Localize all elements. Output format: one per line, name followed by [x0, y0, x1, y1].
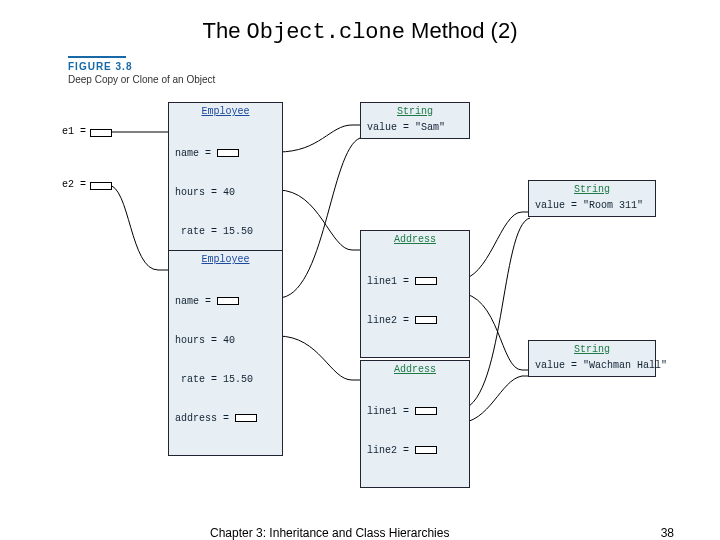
addr2-line1-slot [415, 407, 437, 415]
box-address-2: Address line1 = line2 = [360, 360, 470, 488]
string-room-value: value = "Room 311" [529, 197, 655, 216]
figure-label: FIGURE 3.8 [68, 61, 215, 72]
string-sam-header: String [361, 103, 469, 119]
emp1-hours: hours = 40 [175, 186, 276, 199]
footer-page: 38 [661, 526, 674, 540]
string-wach-header: String [529, 341, 655, 357]
emp2-rate: rate = 15.50 [175, 373, 276, 386]
figure-title: Deep Copy or Clone of an Object [68, 74, 215, 85]
employee-1-header: Employee [169, 103, 282, 119]
addr2-line2-slot [415, 446, 437, 454]
string-wach-value: value = "Wachman Hall" [529, 357, 655, 376]
ref-e1: e1 = [62, 126, 86, 137]
title-prefix: The [203, 18, 247, 43]
addr1-line1-slot [415, 277, 437, 285]
ref-e2: e2 = [62, 179, 86, 190]
figure-caption-block: FIGURE 3.8 Deep Copy or Clone of an Obje… [68, 56, 215, 85]
ref-e2-slot [90, 182, 112, 190]
emp1-name-label: name = [175, 148, 217, 159]
figure-rule [68, 56, 126, 58]
emp2-addr-label: address = [175, 413, 235, 424]
ref-e1-slot [90, 129, 112, 137]
box-string-sam: String value = "Sam" [360, 102, 470, 139]
diagram-canvas: e1 = e2 = Employee name = hours = 40 rat… [60, 90, 660, 490]
box-string-room311: String value = "Room 311" [528, 180, 656, 217]
emp2-name-slot [217, 297, 239, 305]
addr1-line2-label: line2 = [367, 315, 415, 326]
box-employee-2: Employee name = hours = 40 rate = 15.50 … [168, 250, 283, 456]
string-sam-value: value = "Sam" [361, 119, 469, 138]
employee-2-header: Employee [169, 251, 282, 267]
address-2-header: Address [361, 361, 469, 377]
string-room-header: String [529, 181, 655, 197]
slide-title: The Object.clone Method (2) [0, 18, 720, 45]
emp2-hours: hours = 40 [175, 334, 276, 347]
addr1-line1-label: line1 = [367, 276, 415, 287]
emp2-name-label: name = [175, 296, 217, 307]
title-code: Object.clone [247, 20, 405, 45]
box-string-wachman: String value = "Wachman Hall" [528, 340, 656, 377]
box-address-1: Address line1 = line2 = [360, 230, 470, 358]
footer-chapter: Chapter 3: Inheritance and Class Hierarc… [210, 526, 449, 540]
addr1-line2-slot [415, 316, 437, 324]
emp1-name-slot [217, 149, 239, 157]
addr2-line2-label: line2 = [367, 445, 415, 456]
emp1-rate: rate = 15.50 [175, 225, 276, 238]
addr2-line1-label: line1 = [367, 406, 415, 417]
title-suffix: Method (2) [405, 18, 518, 43]
address-1-header: Address [361, 231, 469, 247]
emp2-addr-slot [235, 414, 257, 422]
